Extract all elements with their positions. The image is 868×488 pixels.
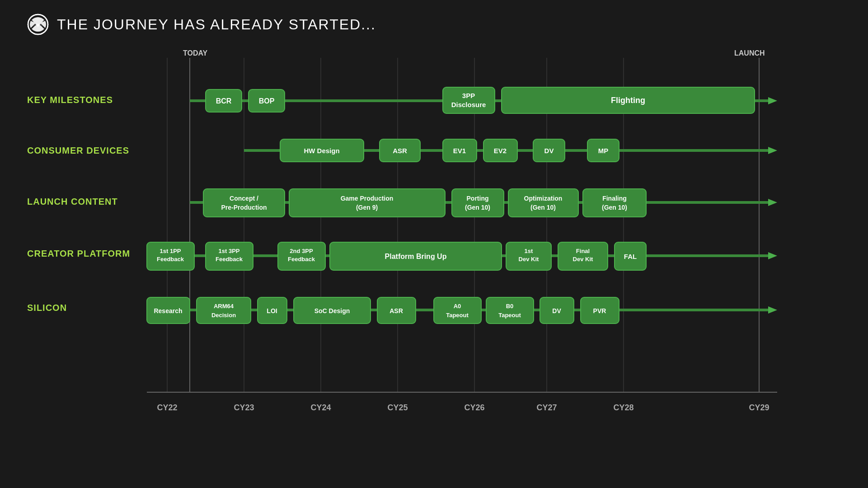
label-mp: MP	[598, 147, 609, 155]
label-creator-platform: CREATOR PLATFORM	[27, 249, 130, 258]
today-label: TODAY	[183, 49, 208, 57]
label-ev1: EV1	[453, 147, 466, 155]
year-cy23: CY23	[234, 403, 254, 412]
year-cy29: CY29	[749, 403, 769, 412]
arrow-silicon	[768, 306, 777, 314]
label-b0-1: B0	[506, 303, 514, 310]
label-consumer-dv: DV	[544, 147, 554, 155]
label-bcr: BCR	[216, 97, 232, 105]
label-3pp-disclosure: 3PP	[462, 92, 475, 99]
year-cy22: CY22	[157, 403, 177, 412]
arrow-launch	[768, 199, 777, 206]
box-a0	[434, 297, 481, 324]
label-2nd-3pp-1: 2nd 3PP	[290, 248, 313, 254]
label-key-milestones: KEY MILESTONES	[27, 95, 113, 105]
label-1pp-2: Feedback	[157, 256, 184, 263]
svg-text:Disclosure: Disclosure	[451, 101, 486, 108]
label-silicon: SILICON	[27, 303, 67, 313]
box-b0	[486, 297, 534, 324]
box-concept	[203, 189, 285, 217]
year-cy27: CY27	[536, 403, 557, 412]
chart-area: TODAY LAUNCH CY22 CY23 CY24 CY25 CY26 CY…	[27, 49, 841, 437]
label-1st-3pp-2: Feedback	[216, 256, 243, 263]
label-consumer-asr: ASR	[393, 147, 407, 155]
label-silicon-asr: ASR	[389, 307, 403, 314]
launch-label: LAUNCH	[734, 49, 765, 57]
label-fal: FAL	[624, 253, 637, 260]
year-cy28: CY28	[613, 403, 633, 412]
label-launch-content: LAUNCH CONTENT	[27, 197, 118, 206]
year-cy26: CY26	[464, 403, 484, 412]
box-finaling	[583, 189, 646, 217]
label-bop: BOP	[259, 97, 275, 105]
arrow-creator	[768, 252, 777, 259]
xbox-icon	[27, 14, 49, 35]
box-porting	[452, 189, 504, 217]
box-optimization	[508, 189, 578, 217]
box-arm64	[197, 297, 251, 324]
arrow-consumer	[768, 147, 777, 154]
year-cy24: CY24	[310, 403, 331, 412]
label-final-devkit-2: Dev Kit	[573, 256, 593, 263]
label-arm64-1: ARM64	[214, 303, 234, 310]
main-container: THE JOURNEY HAS ALREADY STARTED... TODAY…	[0, 0, 868, 488]
label-finaling-1: Finaling	[602, 195, 627, 202]
label-a0-2: Tapeout	[446, 312, 469, 319]
year-cy25: CY25	[387, 403, 408, 412]
label-2nd-3pp-2: Feedback	[288, 256, 315, 263]
label-optimization-2: (Gen 10)	[530, 204, 556, 211]
arrow-key	[768, 97, 777, 104]
label-flighting: Flighting	[611, 96, 645, 105]
label-consumer-devices: CONSUMER DEVICES	[27, 145, 129, 155]
label-loi: LOI	[267, 307, 277, 314]
page-title: THE JOURNEY HAS ALREADY STARTED...	[57, 16, 376, 33]
label-concept-1: Concept /	[230, 195, 258, 202]
label-game-prod-2: (Gen 9)	[356, 204, 378, 211]
label-ev2: EV2	[494, 147, 507, 155]
label-game-prod-1: Game Production	[341, 195, 394, 202]
label-silicon-dv: DV	[552, 307, 561, 314]
label-porting-2: (Gen 10)	[465, 204, 490, 211]
label-finaling-2: (Gen 10)	[602, 204, 627, 211]
label-arm64-2: Decision	[211, 312, 236, 319]
label-hw-design: HW Design	[304, 147, 339, 155]
label-concept-2: Pre-Production	[221, 204, 267, 211]
label-1st-3pp-1: 1st 3PP	[219, 248, 240, 254]
label-final-devkit-1: Final	[576, 248, 590, 254]
label-platform-bring-up: Platform Bring Up	[385, 253, 447, 260]
label-1st-devkit-1: 1st	[525, 248, 533, 254]
box-3pp-disclosure	[443, 87, 495, 113]
label-1st-devkit-2: Dev Kit	[519, 256, 539, 263]
label-b0-2: Tapeout	[498, 312, 521, 319]
timeline-svg: TODAY LAUNCH CY22 CY23 CY24 CY25 CY26 CY…	[27, 49, 840, 437]
label-pvr: PVR	[593, 307, 606, 314]
label-research: Research	[154, 307, 182, 314]
box-game-prod	[289, 189, 445, 217]
label-a0-1: A0	[454, 303, 461, 310]
label-soc-design: SoC Design	[314, 307, 350, 314]
header: THE JOURNEY HAS ALREADY STARTED...	[27, 14, 841, 35]
label-porting-1: Porting	[467, 195, 489, 202]
label-optimization-1: Optimization	[524, 195, 563, 202]
label-1pp-1: 1st 1PP	[160, 248, 181, 254]
